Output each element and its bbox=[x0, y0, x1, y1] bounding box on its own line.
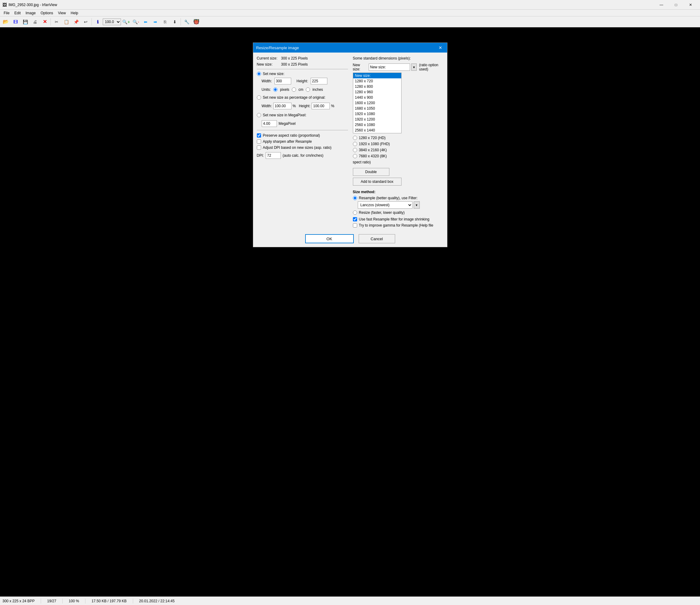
irfan-icon: 👹 bbox=[193, 19, 199, 25]
filter-row: Lanczos (slowest) Bell B-Spline Bicubic … bbox=[358, 201, 444, 209]
zoom-in-icon: 🔍+ bbox=[122, 20, 130, 24]
improve-gamma-checkbox[interactable] bbox=[353, 223, 357, 228]
hd-1080-radio[interactable] bbox=[353, 142, 357, 146]
print-button[interactable]: 🖨 bbox=[30, 18, 40, 26]
pct-height-label: Height: bbox=[299, 104, 310, 108]
maximize-button[interactable]: □ bbox=[669, 0, 683, 9]
paste-button[interactable]: 📌 bbox=[71, 18, 80, 26]
dims-list-item-8[interactable]: 1920 x 1200 bbox=[353, 116, 401, 122]
hd-radio-row-2: 3840 x 2160 (4K) bbox=[353, 148, 444, 152]
menu-image[interactable]: Image bbox=[23, 10, 38, 16]
settings-button[interactable]: 🔧 bbox=[182, 18, 191, 26]
prev-image-button[interactable]: ⬅ bbox=[141, 18, 150, 26]
unit-inches-radio[interactable] bbox=[306, 87, 310, 92]
height-label: Height: bbox=[297, 79, 308, 83]
next-image-button[interactable]: ➡ bbox=[151, 18, 160, 26]
resize-label: Resize (faster, lower quality) bbox=[359, 210, 405, 215]
set-new-size-radio[interactable] bbox=[257, 72, 261, 76]
menu-view[interactable]: View bbox=[56, 10, 68, 16]
fast-resample-checkbox[interactable] bbox=[353, 217, 357, 221]
toolbar: 📂 🎞 💾 🖨 ✕ ✂ 📋 📌 ↩ ℹ 100.0 50.0 200.0 Fit… bbox=[0, 17, 700, 27]
set-pct-radio[interactable] bbox=[257, 95, 261, 100]
save-button[interactable]: 💾 bbox=[21, 18, 30, 26]
dims-list-item-7[interactable]: 1920 x 1080 bbox=[353, 111, 401, 116]
mp-input[interactable] bbox=[262, 120, 277, 127]
open-icon: 📂 bbox=[3, 19, 9, 25]
height-input[interactable] bbox=[310, 78, 327, 84]
filter-dropdown-arrow[interactable]: ▼ bbox=[414, 201, 420, 209]
filmstrip-button[interactable]: 🎞 bbox=[11, 18, 20, 26]
dims-list[interactable]: New size: 1280 x 720 1280 x 800 1280 x 9… bbox=[353, 73, 401, 133]
dims-list-item-3[interactable]: 1280 x 960 bbox=[353, 89, 401, 95]
dims-list-item-4[interactable]: 1440 x 900 bbox=[353, 95, 401, 100]
cancel-button[interactable]: Cancel bbox=[359, 234, 395, 243]
divider-1 bbox=[257, 69, 348, 69]
zoom-out-button[interactable]: 🔍- bbox=[131, 18, 141, 26]
copy-button[interactable]: 📋 bbox=[62, 18, 71, 26]
minimize-button[interactable]: — bbox=[654, 0, 668, 9]
width-input[interactable] bbox=[274, 78, 291, 84]
dialog-close-button[interactable]: ✕ bbox=[437, 44, 444, 51]
ok-button[interactable]: OK bbox=[305, 234, 354, 243]
status-bar: 300 x 225 x 24 BPP 19/27 100 % 17.50 KB … bbox=[0, 597, 700, 605]
zoom-select[interactable]: 100.0 50.0 200.0 Fit bbox=[103, 19, 121, 25]
undo-button[interactable]: ↩ bbox=[81, 18, 90, 26]
prev-icon: ⬅ bbox=[144, 20, 147, 24]
dims-list-item-11[interactable]: 2560 x 1600 bbox=[353, 133, 401, 133]
unit-pixels-radio[interactable] bbox=[273, 87, 277, 92]
window-close-button[interactable]: ✕ bbox=[683, 0, 698, 9]
dims-list-item-1[interactable]: 1280 x 720 bbox=[353, 78, 401, 84]
copy2-button[interactable]: ⎘ bbox=[160, 18, 170, 26]
dims-list-item-0[interactable]: New size: bbox=[353, 73, 401, 78]
zoom-out-icon: 🔍- bbox=[132, 20, 139, 24]
filter-select[interactable]: Lanczos (slowest) Bell B-Spline Bicubic … bbox=[358, 201, 412, 209]
menu-edit[interactable]: Edit bbox=[12, 10, 23, 16]
improve-gamma-label: Try to improve gamma for Resample (Help … bbox=[359, 223, 433, 228]
set-mp-radio[interactable] bbox=[257, 113, 261, 117]
dpi-input[interactable] bbox=[266, 152, 281, 159]
next-icon: ➡ bbox=[153, 20, 157, 24]
dims-dropdown[interactable]: New size: 1280 x 720 1280 x 800 1280 x 9… bbox=[369, 63, 410, 71]
open-button[interactable]: 📂 bbox=[1, 18, 10, 26]
preserve-aspect-label: Preserve aspect ratio (proportional) bbox=[263, 133, 320, 138]
set-new-size-radio-row: Set new size: bbox=[257, 72, 348, 76]
hd-720-radio[interactable] bbox=[353, 136, 357, 140]
dims-list-item-9[interactable]: 2560 x 1080 bbox=[353, 122, 401, 128]
dims-list-item-2[interactable]: 1280 x 800 bbox=[353, 84, 401, 89]
menu-options[interactable]: Options bbox=[38, 10, 55, 16]
pct-width-input[interactable] bbox=[273, 103, 292, 109]
dims-list-item-6[interactable]: 1680 x 1050 bbox=[353, 106, 401, 111]
width-height-row: Width: Height: bbox=[262, 78, 348, 84]
adjust-dpi-checkbox[interactable] bbox=[257, 146, 261, 150]
dims-list-item-5[interactable]: 1600 x 1200 bbox=[353, 100, 401, 106]
unit-cm-radio[interactable] bbox=[292, 87, 296, 92]
resize-radio[interactable] bbox=[353, 210, 357, 215]
close-image-button[interactable]: ✕ bbox=[40, 18, 49, 26]
add-to-standard-box-button[interactable]: Add to standard box bbox=[353, 178, 401, 186]
cut-button[interactable]: ✂ bbox=[52, 18, 61, 26]
apply-sharpen-checkbox[interactable] bbox=[257, 139, 261, 144]
cut-icon: ✂ bbox=[55, 20, 58, 24]
menu-help[interactable]: Help bbox=[68, 10, 81, 16]
dpi-row: DPI: (auto calc. for cm/inches) bbox=[257, 152, 348, 159]
size-method-section: Size method: Resample (better quality), … bbox=[353, 190, 444, 228]
hd-4k-radio[interactable] bbox=[353, 148, 357, 152]
preserve-aspect-checkbox[interactable] bbox=[257, 133, 261, 138]
info-button[interactable]: ℹ bbox=[93, 18, 102, 26]
dims-list-item-10[interactable]: 2560 x 1440 bbox=[353, 128, 401, 133]
menu-file[interactable]: File bbox=[1, 10, 12, 16]
download-button[interactable]: ⬇ bbox=[170, 18, 179, 26]
irfan-button[interactable]: 👹 bbox=[192, 18, 201, 26]
hd-1080-label: 1920 x 1080 (FHD) bbox=[359, 142, 390, 146]
resample-radio[interactable] bbox=[353, 196, 357, 200]
pct-height-input[interactable] bbox=[311, 103, 330, 109]
menu-bar: File Edit Image Options View Help bbox=[0, 10, 700, 17]
hd-8k-radio[interactable] bbox=[353, 154, 357, 158]
app-icon: 🖼 bbox=[2, 2, 7, 7]
double-button[interactable]: Double bbox=[353, 168, 390, 176]
status-datetime: 20.01.2022 / 22:14:45 bbox=[139, 599, 175, 603]
save-icon: 💾 bbox=[23, 20, 28, 24]
zoom-in-button[interactable]: 🔍+ bbox=[122, 18, 131, 26]
fast-resample-row: Use fast Resample filter for image shrin… bbox=[353, 217, 444, 221]
dims-dropdown-arrow[interactable]: ▼ bbox=[411, 63, 417, 71]
